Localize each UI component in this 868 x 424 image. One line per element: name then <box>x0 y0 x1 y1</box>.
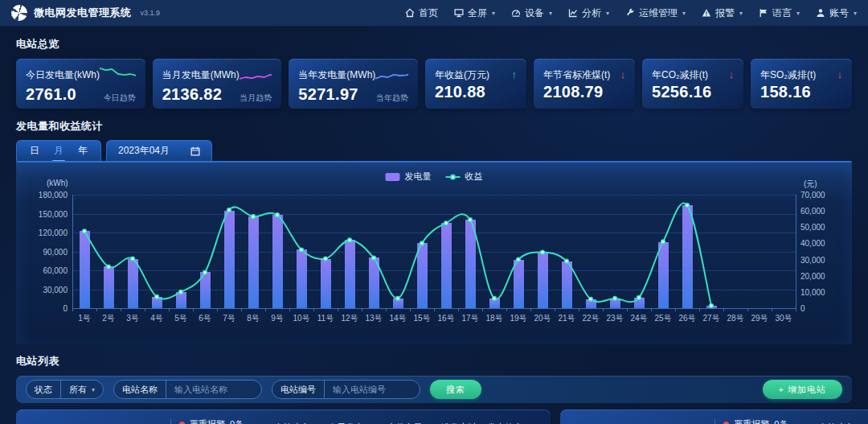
right-axis-tick: 20,000 <box>800 272 849 281</box>
bar-13号 <box>369 257 379 308</box>
bar-3号 <box>128 259 138 308</box>
search-button[interactable]: 搜索 <box>430 380 481 399</box>
app-title: 微电网发电管理系统 <box>34 6 132 20</box>
x-axis-label: 20号 <box>530 313 555 324</box>
station-code-filter-label: 电站编号 <box>272 381 325 398</box>
nav-item-label: 设备 <box>525 6 544 20</box>
x-axis-label: 22号 <box>579 313 603 324</box>
station-alarms: 严重报警0条重要报警0条 <box>723 414 807 424</box>
alarm-row: 严重报警0条 <box>179 418 263 424</box>
arrow-down-icon: ↓ <box>837 65 843 80</box>
x-axis-tickmark <box>458 308 459 311</box>
nav-item-5[interactable]: 报警▾ <box>702 6 743 20</box>
station-filter-bar: 状态 所有 ▾ 电站名称 电站编号 搜索 + 增加电站 <box>16 376 852 403</box>
chevron-down-icon: ▾ <box>854 10 857 17</box>
bar-1号 <box>80 231 90 308</box>
bar-4号 <box>152 297 162 308</box>
bar-swatch-icon <box>386 173 400 181</box>
x-axis-tickmark <box>410 308 411 311</box>
nav-item-7[interactable]: 账号▾ <box>816 6 857 20</box>
x-axis-tickmark <box>121 308 121 311</box>
stat-card-value: 2108.79 <box>543 83 603 101</box>
x-axis-label: 9号 <box>265 313 289 324</box>
tab-period-1[interactable]: 月 <box>52 142 65 159</box>
nav-item-label: 分析 <box>582 6 601 20</box>
x-axis-label: 18号 <box>482 313 506 324</box>
bar-16号 <box>441 223 452 308</box>
arrow-up-icon: ↑ <box>512 65 518 80</box>
x-axis-label: 3号 <box>121 313 145 324</box>
nav-menu: 首页全屏▾设备▾分析▾运维管理▾报警▾语言▾账号▾ <box>405 6 857 20</box>
chevron-down-icon: ▾ <box>492 10 495 17</box>
station-columns: 当前功率(kW)今日发电(kWh)光伏容量(kW)满发小时(h)发电效率(%) <box>263 414 539 424</box>
alarm-label: 严重报警 <box>190 418 225 424</box>
app-logo-icon <box>11 5 27 21</box>
app-brand[interactable]: 微电网发电管理系统 v3.1.9 <box>11 5 160 21</box>
tab-period-0[interactable]: 日 <box>28 142 41 159</box>
x-axis-label: 25号 <box>651 313 675 324</box>
stat-card-5: 年CO₂减排(t)↓5256.16 <box>642 59 743 109</box>
x-axis-tickmark <box>482 308 483 311</box>
x-axis-label: 19号 <box>506 313 530 324</box>
bar-8号 <box>248 216 259 308</box>
x-axis-label: 14号 <box>386 313 410 324</box>
nav-item-label: 运维管理 <box>639 6 678 20</box>
x-axis-tickmark <box>313 308 314 311</box>
add-station-button[interactable]: + 增加电站 <box>763 380 842 399</box>
x-axis-tickmark <box>145 308 145 311</box>
bar-10号 <box>297 249 307 308</box>
left-axis-line <box>72 195 73 308</box>
x-axis-tickmark <box>555 308 555 311</box>
nav-item-2[interactable]: 设备▾ <box>511 6 552 20</box>
left-axis-tick: 90,000 <box>19 248 68 257</box>
legend-item-generation[interactable]: 发电量 <box>386 171 432 183</box>
x-axis-tickmark <box>651 308 652 311</box>
x-axis-tickmark <box>362 308 362 311</box>
stat-card-label: 今日发电量(kWh) <box>26 65 100 82</box>
stat-card-label: 当年发电量(MWh) <box>298 65 375 82</box>
wrench-icon <box>625 8 635 18</box>
generation-revenue-chart: 发电量 收益 (kWh) (元) 030,00060,00090,000120,… <box>16 161 852 344</box>
bar-27号 <box>706 306 717 308</box>
station-card-0[interactable]: 华珍二期(3000)正常严重报警0条重要报警0条当前功率(kW)今日发电(kWh… <box>16 410 551 424</box>
x-axis-tickmark <box>506 308 507 311</box>
right-axis-tick: 0 <box>800 304 849 313</box>
home-icon <box>405 8 415 18</box>
legend-item-revenue[interactable]: 收益 <box>446 171 483 183</box>
stat-card-label: 当月发电量(MWh) <box>162 65 240 82</box>
arrow-down-icon: ↓ <box>620 65 626 80</box>
station-card-1[interactable]: 华珍二期(3001)正常严重报警0条重要报警0条当前功率(kW)今日发电(kWh… <box>560 410 868 424</box>
nav-item-3[interactable]: 分析▾ <box>568 6 609 20</box>
station-name-input[interactable] <box>166 385 261 394</box>
stat-card-trend-label: 当月趋势 <box>240 93 272 104</box>
chart-legend: 发电量 收益 <box>386 171 483 183</box>
x-axis-label: 10号 <box>289 313 313 324</box>
arrow-down-icon: ↓ <box>729 65 735 80</box>
x-axis-label: 1号 <box>72 313 96 324</box>
bar-6号 <box>200 272 211 308</box>
station-alarms: 严重报警0条重要报警0条 <box>179 414 263 424</box>
x-axis-label: 21号 <box>555 313 579 324</box>
nav-item-6[interactable]: 语言▾ <box>759 6 800 20</box>
stat-card-value: 5256.16 <box>652 83 711 101</box>
date-picker-value: 2023年04月 <box>118 144 170 158</box>
station-name-cell: 华珍二期(3000)正常 <box>27 414 170 424</box>
nav-item-4[interactable]: 运维管理▾ <box>625 6 686 20</box>
station-code-input[interactable] <box>325 385 420 394</box>
nav-item-1[interactable]: 全屏▾ <box>454 6 495 20</box>
x-axis-tickmark <box>627 308 628 311</box>
x-axis-tickmark <box>699 308 700 311</box>
nav-item-0[interactable]: 首页 <box>405 6 438 20</box>
stat-card-4: 年节省标准煤(t)↓2108.79 <box>534 59 635 109</box>
date-picker[interactable]: 2023年04月 <box>106 140 212 161</box>
bar-25号 <box>658 242 669 308</box>
tab-period-2[interactable]: 年 <box>76 142 89 159</box>
alert-icon <box>702 8 711 18</box>
trend-sparkline-icon <box>375 64 408 84</box>
status-filter-dropdown[interactable]: 所有 ▾ <box>61 384 103 396</box>
stat-card-value: 2136.82 <box>162 85 222 104</box>
app-version: v3.1.9 <box>141 9 161 17</box>
main-content: 电站总览 今日发电量(kWh)2761.0今日趋势当月发电量(MWh)2136.… <box>0 27 868 424</box>
gauge-icon <box>511 8 521 18</box>
right-axis-tick: 40,000 <box>800 239 849 248</box>
